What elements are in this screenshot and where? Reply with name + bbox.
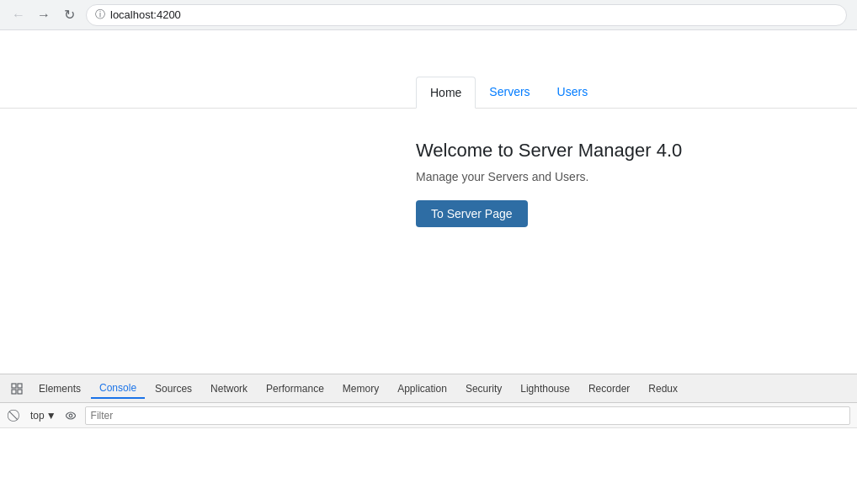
tab-users[interactable]: Users <box>544 77 602 109</box>
devtools-tab-security[interactable]: Security <box>457 379 510 398</box>
devtools-tab-performance[interactable]: Performance <box>258 379 333 398</box>
devtools-tab-bar: Elements Console Sources Network Perform… <box>0 374 857 403</box>
devtools-tab-sources[interactable]: Sources <box>146 379 200 398</box>
svg-rect-0 <box>12 384 16 388</box>
devtools-tab-redux[interactable]: Redux <box>640 379 686 398</box>
forward-button[interactable]: → <box>35 7 52 24</box>
clear-console-button[interactable]: ⃠ <box>7 406 25 425</box>
devtools-content <box>0 428 857 504</box>
devtools-tab-lighthouse[interactable]: Lighthouse <box>512 379 578 398</box>
tab-home[interactable]: Home <box>416 77 476 109</box>
nav-tabs: Home Servers Users <box>0 77 857 109</box>
devtools-tab-network[interactable]: Network <box>202 379 256 398</box>
devtools-tab-recorder[interactable]: Recorder <box>580 379 638 398</box>
context-chevron-icon: ▼ <box>46 410 56 422</box>
address-bar[interactable]: ⓘ localhost:4200 <box>86 4 847 26</box>
devtools-tab-memory[interactable]: Memory <box>334 379 387 398</box>
devtools-panel: Elements Console Sources Network Perform… <box>0 374 857 504</box>
devtools-inspect-icon[interactable] <box>5 377 29 401</box>
browser-bar: ← → ↻ ⓘ localhost:4200 <box>0 0 857 30</box>
tab-servers[interactable]: Servers <box>476 77 543 109</box>
devtools-tab-elements[interactable]: Elements <box>30 379 89 398</box>
app-area: Home Servers Users Welcome to Server Man… <box>0 30 857 374</box>
svg-rect-2 <box>12 390 16 394</box>
back-button[interactable]: ← <box>10 7 27 24</box>
security-icon: ⓘ <box>95 8 105 22</box>
context-selector[interactable]: top ▼ <box>30 410 56 422</box>
reload-button[interactable]: ↻ <box>61 7 77 24</box>
eye-icon-button[interactable] <box>61 406 80 425</box>
svg-rect-1 <box>18 384 22 388</box>
devtools-tab-application[interactable]: Application <box>389 379 455 398</box>
svg-rect-3 <box>18 390 22 394</box>
url-text: localhost:4200 <box>110 8 181 21</box>
page-title: Welcome to Server Manager 4.0 <box>416 140 682 162</box>
svg-point-4 <box>69 414 72 417</box>
main-content: Welcome to Server Manager 4.0 Manage you… <box>416 123 682 227</box>
to-server-page-button[interactable]: To Server Page <box>416 200 528 227</box>
context-label: top <box>30 410 45 422</box>
devtools-toolbar: ⃠ top ▼ <box>0 403 857 428</box>
filter-input[interactable] <box>85 406 850 425</box>
page-subtitle: Manage your Servers and Users. <box>416 170 682 183</box>
devtools-tab-console[interactable]: Console <box>91 379 145 399</box>
